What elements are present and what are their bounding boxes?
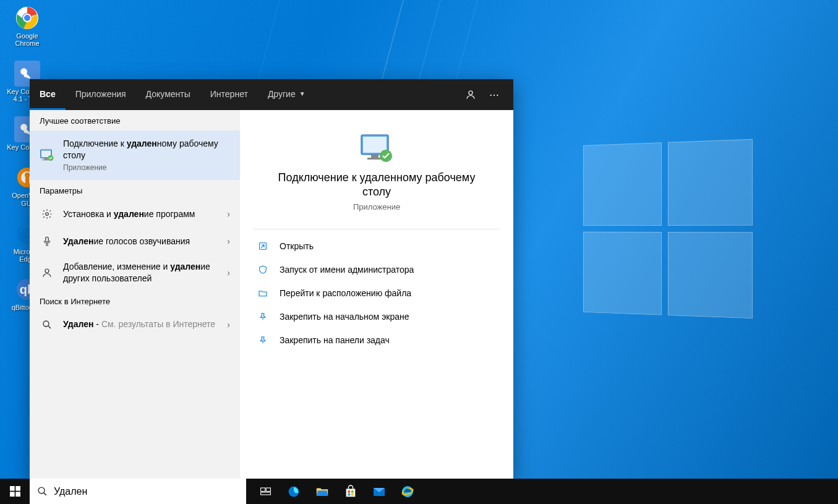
section-settings: Параметры	[30, 180, 240, 200]
microphone-icon	[40, 234, 54, 249]
result-setting-voices[interactable]: Удаление голосов озвучивания ›	[30, 228, 240, 255]
svg-rect-6	[25, 176, 29, 184]
svg-point-15	[46, 213, 49, 216]
svg-point-29	[38, 487, 45, 493]
tab-more-label: Другие	[268, 89, 296, 99]
search-icon	[37, 486, 48, 497]
result-best-match[interactable]: Подключение к удаленному рабочему столу …	[30, 130, 240, 180]
taskbar-edge[interactable]	[280, 479, 308, 504]
svg-rect-22	[367, 158, 382, 160]
result-text: Удален - См. результаты в Интернете	[63, 318, 227, 330]
result-text: Установка и удаление программ	[63, 208, 227, 220]
preview-title: Подключение к удаленному рабочему столу	[240, 163, 513, 202]
rdp-icon	[40, 148, 54, 163]
action-pin-start[interactable]: Закрепить на начальном экране	[240, 305, 513, 328]
pin-icon	[257, 335, 268, 346]
svg-rect-38	[351, 493, 354, 495]
action-label: Закрепить на панели задач	[280, 335, 390, 345]
preview-actions: Открыть Запуск от имени администратора П…	[240, 229, 513, 357]
edge-icon	[286, 484, 301, 499]
taskbar-mail[interactable]	[365, 479, 393, 504]
svg-rect-27	[10, 492, 15, 497]
action-open[interactable]: Открыть	[240, 234, 513, 258]
svg-rect-25	[10, 486, 15, 491]
action-run-as-admin[interactable]: Запуск от имени администратора	[240, 258, 513, 281]
svg-rect-37	[348, 493, 350, 495]
taskbar-task-view[interactable]	[251, 479, 280, 504]
search-input[interactable]	[54, 486, 239, 497]
action-label: Запуск от имени администратора	[280, 265, 414, 275]
svg-point-18	[43, 321, 49, 327]
taskbar-ie[interactable]	[393, 479, 422, 504]
svg-rect-21	[371, 155, 378, 158]
svg-rect-26	[15, 486, 20, 491]
action-pin-taskbar[interactable]: Закрепить на панели задач	[240, 328, 513, 352]
folder-icon	[315, 485, 329, 498]
tab-apps[interactable]: Приложения	[66, 79, 136, 110]
search-preview-pane: Подключение к удаленному рабочему столу …	[240, 110, 513, 479]
shield-icon	[257, 264, 268, 275]
gear-icon	[40, 207, 54, 221]
result-text: Добавление, изменение и удаление других …	[63, 261, 227, 284]
mail-icon	[372, 484, 387, 499]
preview-app-icon	[359, 132, 395, 163]
result-setting-users[interactable]: Добавление, изменение и удаление других …	[30, 255, 240, 291]
search-icon	[40, 317, 54, 332]
tab-all[interactable]: Все	[30, 79, 66, 110]
windows-logo-wallpaper	[583, 139, 753, 319]
svg-point-9	[469, 91, 472, 95]
svg-point-2	[24, 14, 31, 22]
section-web: Поиск в Интернете	[30, 291, 240, 311]
search-results-list: Лучшее соответствие Подключение к удален…	[30, 110, 240, 479]
windows-icon	[10, 486, 20, 497]
result-text: Удаление голосов озвучивания	[63, 236, 227, 247]
svg-rect-28	[15, 492, 20, 497]
chevron-right-icon: ›	[227, 268, 230, 278]
store-icon	[344, 485, 357, 498]
action-open-location[interactable]: Перейти к расположению файла	[240, 281, 513, 305]
svg-rect-36	[351, 490, 354, 493]
task-view-icon	[260, 485, 271, 497]
svg-rect-16	[46, 237, 49, 242]
preview-subtitle: Приложение	[353, 202, 400, 211]
taskbar	[0, 479, 838, 504]
more-options-icon[interactable]: ⋯	[482, 79, 506, 110]
result-web-search[interactable]: Удален - См. результаты в Интернете ›	[30, 311, 240, 338]
chevron-right-icon: ›	[227, 209, 230, 219]
svg-rect-34	[346, 489, 356, 497]
search-tabs: Все Приложения Документы Интернет Другие…	[30, 79, 513, 110]
chevron-right-icon: ›	[227, 320, 230, 330]
start-button[interactable]	[0, 479, 30, 504]
svg-rect-12	[45, 158, 48, 159]
result-subtitle: Приложение	[63, 163, 230, 173]
action-label: Перейти к расположению файла	[280, 288, 411, 298]
ie-icon	[400, 484, 415, 499]
folder-icon	[257, 288, 268, 299]
chevron-down-icon: ▼	[299, 90, 306, 97]
svg-rect-20	[363, 137, 387, 153]
tab-docs[interactable]: Документы	[136, 79, 200, 110]
result-title: Подключение к удаленному рабочему столу	[63, 138, 230, 161]
chevron-right-icon: ›	[227, 236, 230, 246]
result-setting-uninstall[interactable]: Установка и удаление программ ›	[30, 200, 240, 228]
feedback-icon[interactable]	[459, 79, 482, 110]
desktop-icon-chrome[interactable]: Google Chrome	[5, 5, 49, 47]
svg-rect-32	[260, 492, 270, 495]
svg-point-17	[45, 269, 49, 273]
action-label: Закрепить на начальном экране	[280, 312, 409, 322]
svg-rect-31	[266, 488, 270, 492]
section-best-match: Лучшее соответствие	[30, 110, 240, 130]
taskbar-explorer[interactable]	[308, 479, 336, 504]
chrome-icon	[14, 5, 40, 31]
taskbar-store[interactable]	[336, 479, 365, 504]
tab-more[interactable]: Другие▼	[258, 79, 315, 110]
open-icon	[257, 241, 268, 252]
svg-rect-30	[260, 488, 265, 492]
action-label: Открыть	[280, 241, 314, 251]
tab-web[interactable]: Интернет	[200, 79, 258, 110]
pin-icon	[257, 311, 268, 322]
user-icon	[40, 265, 54, 280]
taskbar-search[interactable]	[30, 479, 246, 504]
svg-rect-35	[348, 490, 350, 493]
desktop-icon-label: Google Chrome	[5, 32, 49, 47]
